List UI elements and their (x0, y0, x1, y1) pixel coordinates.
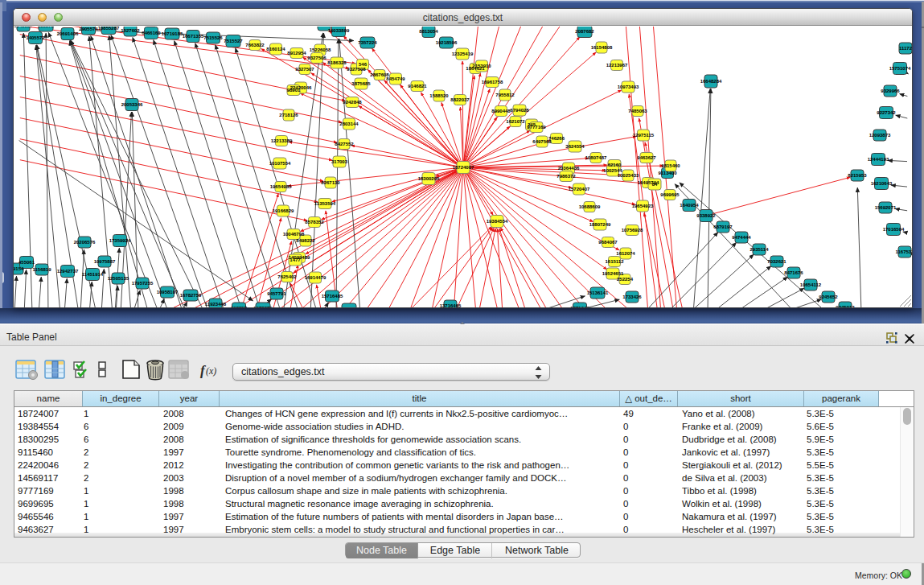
svg-text:12093873: 12093873 (869, 133, 891, 138)
svg-text:98901: 98901 (287, 88, 301, 93)
svg-text:10107554: 10107554 (269, 161, 291, 166)
svg-text:7357224: 7357224 (358, 40, 377, 45)
svg-text:8813054: 8813054 (419, 29, 438, 34)
svg-text:1527602: 1527602 (121, 28, 140, 33)
svg-text:317003: 317003 (331, 159, 348, 164)
svg-text:(x): (x) (206, 365, 216, 377)
svg-text:8267130: 8267130 (321, 180, 340, 185)
svg-text:746266: 746266 (548, 136, 565, 141)
svg-text:12444193: 12444193 (868, 157, 889, 162)
svg-text:11451914: 11451914 (82, 272, 104, 277)
svg-text:9113400: 9113400 (658, 171, 677, 175)
svg-text:10958107: 10958107 (157, 290, 179, 295)
svg-text:1371646: 1371646 (570, 306, 589, 307)
svg-text:455061: 455061 (18, 260, 35, 265)
svg-text:1603381: 1603381 (314, 27, 334, 27)
svg-text:10756928: 10756928 (622, 228, 643, 233)
svg-text:2935114: 2935114 (749, 247, 769, 252)
svg-text:9777169: 9777169 (527, 125, 546, 130)
svg-text:7625402: 7625402 (277, 274, 297, 279)
svg-text:19654985: 19654985 (270, 184, 292, 189)
svg-text:9245012: 9245012 (836, 305, 855, 307)
svg-text:39154: 39154 (14, 266, 24, 271)
svg-text:1612074: 1612074 (616, 251, 635, 256)
svg-text:19218506: 19218506 (436, 40, 458, 45)
svg-text:10855287: 10855287 (98, 27, 120, 31)
svg-text:1905574: 1905574 (79, 27, 98, 31)
svg-text:9327508: 9327508 (347, 67, 366, 72)
svg-text:12325419: 12325419 (452, 51, 474, 56)
svg-text:19654923: 19654923 (632, 204, 654, 208)
svg-text:9327507: 9327507 (295, 67, 314, 72)
svg-text:17359924: 17359924 (109, 238, 131, 243)
svg-text:6879197: 6879197 (713, 225, 733, 229)
svg-text:62160: 62160 (608, 163, 622, 167)
svg-text:15692071: 15692071 (875, 205, 897, 210)
svg-text:7485063: 7485063 (628, 109, 647, 113)
svg-text:9242848: 9242848 (343, 100, 362, 105)
svg-text:9684067: 9684067 (598, 240, 618, 245)
svg-text:16648284: 16648284 (700, 79, 722, 84)
svg-text:2803144: 2803144 (339, 122, 359, 126)
svg-text:12505135: 12505135 (108, 276, 129, 281)
svg-text:9474444: 9474444 (732, 235, 751, 240)
svg-text:8215953: 8215953 (848, 173, 867, 178)
svg-text:11172: 11172 (899, 46, 912, 51)
svg-text:10025433: 10025433 (618, 173, 639, 178)
svg-text:2153910: 2153910 (472, 64, 491, 68)
svg-text:17957255: 17957255 (132, 281, 154, 286)
svg-text:19384554: 19384554 (487, 219, 508, 224)
svg-text:1340557: 1340557 (14, 27, 33, 28)
svg-text:7515526: 7515526 (203, 35, 223, 40)
svg-text:8454749: 8454749 (386, 76, 405, 81)
svg-text:16671355: 16671355 (183, 34, 204, 39)
svg-text:905573: 905573 (38, 27, 55, 28)
svg-text:11353594: 11353594 (314, 201, 336, 206)
svg-text:8471676: 8471676 (784, 270, 803, 275)
svg-text:8822037: 8822037 (450, 97, 470, 102)
svg-text:20364436: 20364436 (558, 166, 580, 171)
svg-text:1640954: 1640954 (680, 203, 699, 208)
svg-text:9146821: 9146821 (408, 84, 427, 89)
svg-text:1405572: 1405572 (26, 35, 45, 40)
svg-text:1156819: 1156819 (32, 267, 51, 272)
svg-text:8186328: 8186328 (327, 60, 347, 65)
svg-text:16914479: 16914479 (305, 275, 326, 280)
svg-text:2718126: 2718126 (279, 113, 298, 117)
svg-text:8427552: 8427552 (335, 142, 354, 146)
svg-text:10688609: 10688609 (579, 204, 601, 209)
svg-text:20206576: 20206576 (74, 240, 96, 245)
svg-text:84: 84 (652, 182, 658, 187)
svg-text:9457791: 9457791 (267, 291, 286, 296)
svg-text:8990448: 8990448 (491, 109, 511, 113)
svg-text:8578352: 8578352 (305, 220, 324, 225)
svg-text:12975115: 12975115 (633, 133, 655, 138)
svg-text:15226058: 15226058 (310, 47, 331, 52)
svg-text:8912954: 8912954 (287, 51, 306, 56)
svg-text:15751074: 15751074 (889, 66, 911, 71)
svg-text:18807249: 18807249 (589, 222, 611, 227)
svg-text:7986372: 7986372 (556, 174, 576, 179)
svg-text:15720407: 15720407 (569, 187, 590, 192)
svg-text:2087682: 2087682 (575, 29, 594, 34)
svg-text:7955812: 7955812 (495, 93, 515, 97)
svg-text:7515527: 7515527 (224, 39, 243, 43)
svg-text:12213389: 12213389 (271, 138, 293, 143)
svg-text:8160124: 8160124 (266, 47, 285, 51)
svg-text:252254: 252254 (617, 277, 634, 282)
svg-text:1477: 1477 (290, 257, 301, 262)
svg-text:16210643: 16210643 (871, 181, 893, 186)
svg-text:1002544: 1002544 (603, 168, 622, 173)
svg-text:16961758: 16961758 (482, 80, 503, 84)
svg-text:11923448: 11923448 (205, 302, 227, 307)
svg-text:1167533: 1167533 (895, 249, 912, 254)
svg-text:9327506: 9327506 (307, 56, 326, 60)
svg-text:9699695: 9699695 (660, 192, 680, 197)
svg-text:16782759: 16782759 (180, 293, 202, 298)
svg-text:13716465: 13716465 (440, 303, 462, 307)
svg-text:19166829: 19166829 (273, 208, 294, 213)
svg-text:10046798: 10046798 (283, 232, 305, 237)
svg-text:20053346: 20053346 (121, 102, 143, 107)
svg-text:7663822: 7663822 (245, 43, 265, 47)
svg-text:1588520: 1588520 (429, 93, 449, 98)
